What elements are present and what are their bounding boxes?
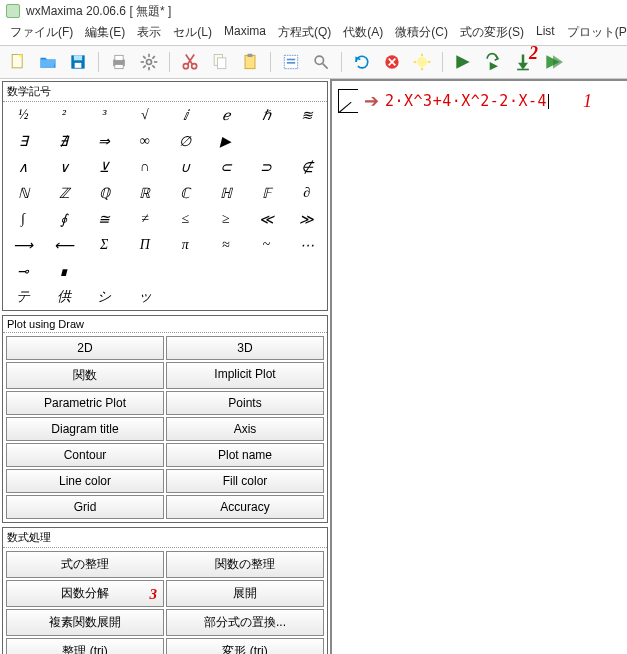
menu-maxima[interactable]: Maxima [218, 22, 272, 43]
symbol-item[interactable]: ∮ [44, 206, 85, 232]
symbol-item[interactable]: ⊂ [206, 154, 247, 180]
paste-icon[interactable] [238, 50, 262, 74]
symbol-item[interactable]: ⟶ [3, 232, 44, 258]
stop-icon[interactable] [380, 50, 404, 74]
symbol-item[interactable]: ℍ [206, 180, 247, 206]
symbol-item[interactable]: ▶ [206, 128, 247, 154]
symbol-item[interactable]: ≅ [84, 206, 125, 232]
symbol-item[interactable]: ∂ [287, 180, 328, 206]
settings-icon[interactable] [137, 50, 161, 74]
draw-button[interactable]: 2D [6, 336, 164, 360]
open-file-icon[interactable] [36, 50, 60, 74]
symbol-item[interactable]: テ [3, 284, 44, 310]
symbol-item[interactable]: ³ [84, 102, 125, 128]
symbol-item[interactable] [84, 258, 125, 284]
symbol-item[interactable]: Σ [84, 232, 125, 258]
symbol-item[interactable]: ∨ [44, 154, 85, 180]
restart-icon[interactable] [350, 50, 374, 74]
editor-content[interactable]: 2 ➔ 2·X^3+4·X^2-2·X-4 1 [330, 79, 627, 654]
symbol-item[interactable]: 供 [44, 284, 85, 310]
symbol-item[interactable] [165, 284, 206, 310]
simplify-button[interactable]: 整理 (tri) [6, 638, 164, 654]
draw-button[interactable]: Grid [6, 495, 164, 519]
menu-algebra[interactable]: 代数(A) [337, 22, 389, 43]
cut-icon[interactable] [178, 50, 202, 74]
symbol-item[interactable]: ≫ [287, 206, 328, 232]
menu-plot[interactable]: プロット(P) [561, 22, 627, 43]
symbol-item[interactable]: ≤ [165, 206, 206, 232]
symbol-item[interactable] [287, 128, 328, 154]
symbol-item[interactable]: 𝔽 [246, 180, 287, 206]
symbol-item[interactable]: ℝ [125, 180, 166, 206]
symbol-item[interactable] [206, 258, 247, 284]
symbol-item[interactable]: ² [44, 102, 85, 128]
symbol-item[interactable] [125, 258, 166, 284]
symbol-item[interactable] [165, 258, 206, 284]
draw-button[interactable]: Diagram title [6, 417, 164, 441]
symbol-item[interactable]: ½ [3, 102, 44, 128]
symbol-item[interactable] [246, 258, 287, 284]
simplify-button[interactable]: 部分式の置換... [166, 609, 324, 636]
draw-button[interactable]: Fill color [166, 469, 324, 493]
symbol-item[interactable] [287, 284, 328, 310]
symbol-item[interactable]: ≈ [206, 232, 247, 258]
menu-edit[interactable]: 編集(E) [79, 22, 131, 43]
select-all-icon[interactable] [279, 50, 303, 74]
input-cell[interactable]: ➔ 2·X^3+4·X^2-2·X-4 1 [338, 89, 621, 113]
simplify-button[interactable]: 展開 [166, 580, 324, 607]
print-icon[interactable] [107, 50, 131, 74]
menu-list[interactable]: List [530, 22, 561, 43]
draw-button[interactable]: Axis [166, 417, 324, 441]
symbol-item[interactable]: √ [125, 102, 166, 128]
follow-icon[interactable] [410, 50, 434, 74]
symbol-item[interactable]: π [165, 232, 206, 258]
symbol-item[interactable]: Π [125, 232, 166, 258]
symbol-item[interactable]: ⊃ [246, 154, 287, 180]
draw-button[interactable]: Accuracy [166, 495, 324, 519]
draw-button[interactable]: Line color [6, 469, 164, 493]
draw-button[interactable]: Implicit Plot [166, 362, 324, 389]
new-file-icon[interactable] [6, 50, 30, 74]
symbol-item[interactable]: ⋯ [287, 232, 328, 258]
draw-button[interactable]: 3D [166, 336, 324, 360]
symbol-item[interactable]: ∉ [287, 154, 328, 180]
symbol-item[interactable]: ≠ [125, 206, 166, 232]
draw-button[interactable]: 関数 [6, 362, 164, 389]
menu-file[interactable]: ファイル(F) [4, 22, 79, 43]
simplify-button[interactable]: 関数の整理 [166, 551, 324, 578]
cell-expression[interactable]: 2·X^3+4·X^2-2·X-4 [385, 92, 549, 110]
symbol-item[interactable] [246, 284, 287, 310]
eval-next-icon[interactable] [481, 50, 505, 74]
cell-bracket-icon[interactable] [338, 89, 358, 113]
menu-calculus[interactable]: 微積分(C) [389, 22, 454, 43]
symbol-item[interactable]: ∪ [165, 154, 206, 180]
symbol-item[interactable]: ⇒ [84, 128, 125, 154]
symbol-item[interactable]: ≋ [287, 102, 328, 128]
symbol-item[interactable]: ⅈ [165, 102, 206, 128]
symbol-item[interactable]: ≥ [206, 206, 247, 232]
find-icon[interactable] [309, 50, 333, 74]
draw-button[interactable]: Contour [6, 443, 164, 467]
symbol-item[interactable]: ℯ [206, 102, 247, 128]
symbol-item[interactable] [246, 128, 287, 154]
symbol-item[interactable]: シ [84, 284, 125, 310]
copy-icon[interactable] [208, 50, 232, 74]
symbol-item[interactable]: ∄ [44, 128, 85, 154]
symbol-item[interactable]: ∅ [165, 128, 206, 154]
symbol-item[interactable]: ∫ [3, 206, 44, 232]
save-file-icon[interactable] [66, 50, 90, 74]
simplify-button[interactable]: 式の整理 [6, 551, 164, 578]
symbol-item[interactable]: ∃ [3, 128, 44, 154]
menu-cell[interactable]: セル(L) [167, 22, 218, 43]
menu-equation[interactable]: 方程式(Q) [272, 22, 337, 43]
symbol-item[interactable]: ℤ [44, 180, 85, 206]
symbol-item[interactable]: ≪ [246, 206, 287, 232]
symbol-item[interactable]: ℚ [84, 180, 125, 206]
symbol-item[interactable]: ℂ [165, 180, 206, 206]
simplify-button[interactable]: 変形 (tri) [166, 638, 324, 654]
symbol-item[interactable]: ッ [125, 284, 166, 310]
eval-rest-icon[interactable] [541, 50, 565, 74]
draw-button[interactable]: Parametric Plot [6, 391, 164, 415]
symbol-item[interactable]: ℕ [3, 180, 44, 206]
simplify-button[interactable]: 複素関数展開 [6, 609, 164, 636]
